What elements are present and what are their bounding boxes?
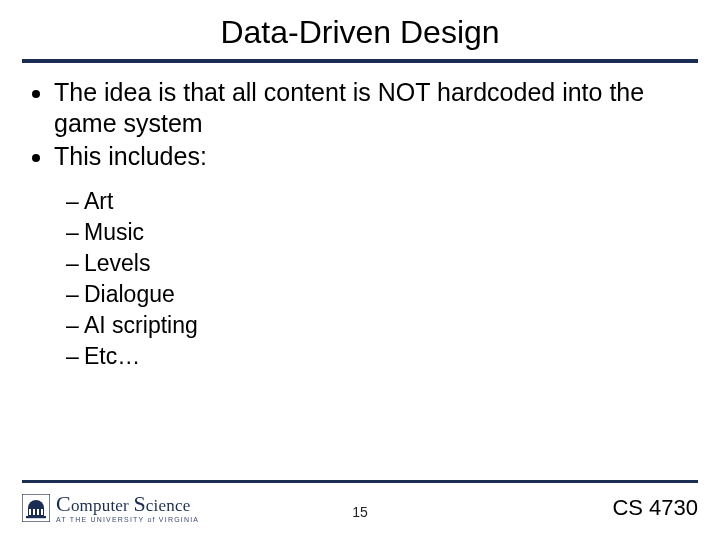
logo-primary-text: Computer Science <box>56 493 199 515</box>
svg-rect-4 <box>41 509 43 515</box>
slide-content: The idea is that all content is NOT hard… <box>0 63 720 372</box>
svg-rect-1 <box>29 509 31 515</box>
subbullet-item: Art <box>66 186 690 217</box>
logo-secondary-text: AT THE UNIVERSITY of VIRGINIA <box>56 516 199 523</box>
bullet-item: The idea is that all content is NOT hard… <box>54 77 690 138</box>
subbullet-list: Art Music Levels Dialogue AI scripting E… <box>30 186 690 372</box>
svg-rect-2 <box>33 509 35 515</box>
subbullet-item: Music <box>66 217 690 248</box>
slide-footer: Computer Science AT THE UNIVERSITY of VI… <box>0 480 720 540</box>
rotunda-icon <box>22 494 50 522</box>
bullet-list: The idea is that all content is NOT hard… <box>30 77 690 172</box>
subbullet-item: Etc… <box>66 341 690 372</box>
svg-rect-5 <box>26 516 46 518</box>
department-logo: Computer Science AT THE UNIVERSITY of VI… <box>22 493 199 523</box>
subbullet-item: AI scripting <box>66 310 690 341</box>
svg-rect-3 <box>37 509 39 515</box>
subbullet-item: Levels <box>66 248 690 279</box>
bullet-item: This includes: <box>54 141 690 172</box>
page-number: 15 <box>352 504 368 520</box>
slide-title: Data-Driven Design <box>0 0 720 59</box>
subbullet-item: Dialogue <box>66 279 690 310</box>
course-code: CS 4730 <box>612 495 698 521</box>
